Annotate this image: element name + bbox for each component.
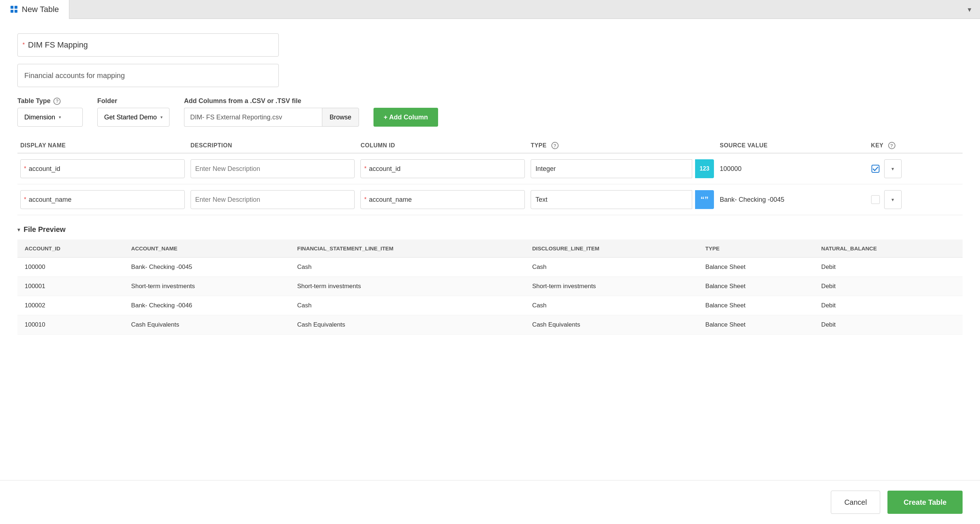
table-description-input[interactable]: [18, 64, 279, 87]
row1-key-dropdown[interactable]: ▾: [884, 159, 902, 178]
row2-description-input[interactable]: [191, 190, 355, 209]
columns-table: DISPLAY NAME DESCRIPTION COLUMN ID TYPE …: [18, 138, 963, 215]
row2-type-badge: “”: [695, 190, 714, 209]
folder-label: Folder: [97, 97, 170, 105]
row2-type-cell: “”: [531, 190, 714, 209]
svg-rect-3: [14, 10, 18, 13]
table-row: 100000Bank- Checking -0045CashCashBalanc…: [18, 258, 963, 277]
table-row: * *: [18, 153, 963, 184]
svg-rect-0: [11, 6, 13, 9]
col-header-column-id: COLUMN ID: [358, 138, 528, 153]
csv-group: Add Columns from a .CSV or .TSV file DIM…: [184, 97, 359, 127]
folder-arrow: ▾: [161, 115, 162, 120]
bottom-bar: Cancel Create Table: [0, 480, 980, 524]
preview-col-financial-statement: FINANCIAL_STATEMENT_LINE_ITEM: [290, 240, 525, 258]
meta-row: Table Type ? Dimension ▾ Folder Get Star…: [18, 97, 963, 127]
name-required-star: *: [22, 42, 25, 48]
csv-label: Add Columns from a .CSV or .TSV file: [184, 97, 359, 105]
col-header-display-name: DISPLAY NAME: [18, 138, 188, 153]
row2-display-name-input[interactable]: [20, 190, 185, 209]
row2-required-star: *: [24, 196, 26, 203]
type-help-icon[interactable]: ?: [551, 142, 558, 149]
table-name-wrap: *: [18, 33, 963, 57]
row2-type-input[interactable]: [531, 190, 692, 209]
active-tab[interactable]: New Table: [0, 0, 69, 19]
form-content: * Table Type ? Dimension ▾ Folder: [0, 19, 980, 349]
row1-source-value: 100000: [717, 153, 868, 184]
row1-description-input[interactable]: [191, 159, 355, 178]
preview-col-type: TYPE: [698, 240, 814, 258]
row1-col-id-required: *: [364, 165, 366, 172]
preview-col-disclosure: DISCLOSURE_LINE_ITEM: [525, 240, 698, 258]
table-type-group: Table Type ? Dimension ▾: [18, 97, 83, 127]
row2-display-name-wrap: *: [20, 190, 185, 209]
preview-table: ACCOUNT_ID ACCOUNT_NAME FINANCIAL_STATEM…: [18, 240, 963, 335]
table-type-help-icon[interactable]: ?: [53, 98, 60, 105]
folder-group: Folder Get Started Demo ▾: [97, 97, 170, 127]
table-name-input[interactable]: [18, 33, 279, 57]
preview-col-account-name: ACCOUNT_NAME: [124, 240, 290, 258]
col-header-source-value: SOURCE VALUE: [717, 138, 868, 153]
table-row: 100001Short-term investmentsShort-term i…: [18, 277, 963, 296]
row1-required-star: *: [24, 165, 26, 172]
main-window: New Table ▾ * Table Type ? Dimension ▾: [0, 0, 980, 524]
svg-rect-2: [11, 10, 13, 13]
row2-key-dropdown[interactable]: ▾: [884, 190, 902, 209]
row1-key-cell: ▾: [871, 159, 960, 178]
row2-source-value: Bank- Checking -0045: [717, 184, 868, 215]
tab-title: New Table: [22, 5, 59, 14]
folder-select[interactable]: Get Started Demo ▾: [97, 108, 170, 127]
preview-col-natural-balance: NATURAL_BALANCE: [814, 240, 963, 258]
row1-column-id-wrap: *: [360, 159, 525, 178]
row2-col-id-required: *: [364, 196, 366, 203]
add-column-button[interactable]: + Add Column: [374, 108, 438, 127]
table-row: 100010Cash EquivalentsCash EquivalentsCa…: [18, 315, 963, 335]
key-help-icon[interactable]: ?: [888, 142, 896, 149]
col-header-description: DESCRIPTION: [188, 138, 358, 153]
table-type-arrow: ▾: [59, 115, 61, 120]
row1-display-name-input[interactable]: [20, 159, 185, 178]
row2-key-cell: ▾: [871, 190, 960, 209]
tab-dropdown-arrow[interactable]: ▾: [968, 5, 971, 14]
preview-col-account-id: ACCOUNT_ID: [18, 240, 124, 258]
col-header-type: TYPE ?: [528, 138, 717, 153]
grid-icon: [10, 5, 18, 13]
row2-column-id-input[interactable]: [360, 190, 525, 209]
col-header-key: KEY ?: [868, 138, 963, 153]
row2-column-id-wrap: *: [360, 190, 525, 209]
browse-button[interactable]: Browse: [322, 108, 359, 127]
table-row: * *: [18, 184, 963, 215]
cancel-button[interactable]: Cancel: [831, 491, 880, 514]
file-preview-section: ▾ File Preview ACCOUNT_ID ACCOUNT_NAME F…: [18, 225, 963, 335]
row1-display-name-wrap: *: [20, 159, 185, 178]
table-type-select[interactable]: Dimension ▾: [18, 108, 83, 127]
tab-bar: New Table ▾: [0, 0, 980, 19]
create-table-button[interactable]: Create Table: [888, 491, 963, 514]
file-preview-label: File Preview: [24, 225, 66, 234]
row1-key-checkbox[interactable]: [871, 164, 880, 173]
file-preview-header[interactable]: ▾ File Preview: [18, 225, 963, 234]
row1-type-cell: 123: [531, 159, 714, 178]
row1-column-id-input[interactable]: [360, 159, 525, 178]
row1-type-badge: 123: [695, 159, 714, 178]
file-preview-chevron: ▾: [18, 227, 20, 233]
row2-key-checkbox[interactable]: [871, 195, 880, 204]
svg-rect-1: [14, 6, 18, 9]
csv-input-group: DIM- FS External Reporting.csv Browse: [184, 108, 359, 127]
table-row: 100002Bank- Checking -0046CashCashBalanc…: [18, 296, 963, 315]
row1-type-input[interactable]: [531, 159, 692, 178]
csv-filename: DIM- FS External Reporting.csv: [184, 108, 322, 127]
table-type-label: Table Type ?: [18, 97, 83, 105]
